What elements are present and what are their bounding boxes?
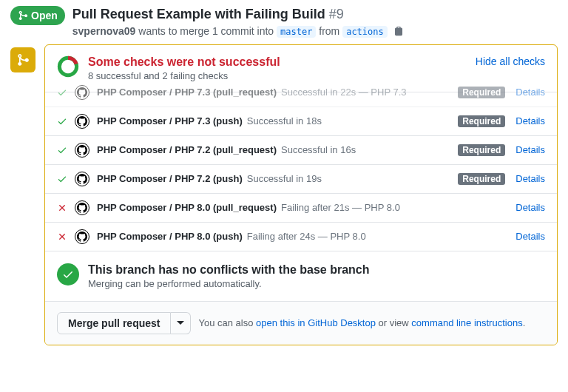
pr-title: Pull Request Example with Failing Build … <box>72 6 558 23</box>
merge-pr-button[interactable]: Merge pull request <box>57 312 171 334</box>
check-fail-icon <box>57 232 67 242</box>
check-row: PHP Composer / PHP 7.3 (pull_request)Suc… <box>45 85 557 107</box>
github-actions-icon <box>75 143 89 158</box>
check-details-link[interactable]: Details <box>515 173 545 184</box>
check-description: Successful in 16s <box>281 144 356 155</box>
check-pass-icon <box>57 116 67 126</box>
check-description: Successful in 22s — PHP 7.3 <box>281 87 407 98</box>
required-badge: Required <box>458 173 505 185</box>
github-actions-icon <box>75 172 89 186</box>
check-fail-icon <box>57 203 67 213</box>
head-branch-label[interactable]: actions <box>342 26 388 38</box>
check-pass-icon <box>57 87 67 98</box>
check-name: PHP Composer / PHP 7.3 (pull_request) <box>97 87 277 98</box>
check-row: PHP Composer / PHP 8.0 (pull_request)Fai… <box>45 194 557 223</box>
pr-status-label: Open <box>31 10 58 21</box>
pr-meta: svpernova09 wants to merge 1 commit into… <box>72 24 558 37</box>
merge-dropdown-button[interactable] <box>171 312 191 334</box>
check-pass-icon <box>57 145 67 155</box>
check-description: Successful in 18s <box>247 115 322 126</box>
required-badge: Required <box>458 87 505 98</box>
timeline-merge-badge <box>10 47 36 72</box>
github-actions-icon <box>75 200 89 215</box>
status-donut-icon <box>57 55 79 78</box>
check-description: Failing after 24s — PHP 8.0 <box>247 231 366 242</box>
check-row: PHP Composer / PHP 7.2 (push)Successful … <box>45 165 557 194</box>
checks-panel: Some checks were not successful 8 succes… <box>44 44 558 345</box>
check-details-link[interactable]: Details <box>515 202 545 213</box>
git-pull-request-icon <box>18 10 28 21</box>
pr-author[interactable]: svpernova09 <box>72 25 136 37</box>
check-name: PHP Composer / PHP 8.0 (push) <box>97 231 243 242</box>
check-row: PHP Composer / PHP 8.0 (push)Failing aft… <box>45 223 557 251</box>
check-details-link[interactable]: Details <box>515 144 545 155</box>
check-details-link[interactable]: Details <box>515 87 545 98</box>
merge-help-text: You can also open this in GitHub Desktop… <box>198 317 525 328</box>
open-desktop-link[interactable]: open this in GitHub Desktop <box>256 317 376 328</box>
caret-down-icon <box>177 320 184 327</box>
check-description: Successful in 19s <box>247 173 322 184</box>
success-check-icon <box>57 263 79 285</box>
check-name: PHP Composer / PHP 7.3 (push) <box>97 115 243 126</box>
pr-status-badge: Open <box>10 6 65 25</box>
hide-checks-link[interactable]: Hide all checks <box>476 55 545 67</box>
github-actions-icon <box>75 229 89 244</box>
check-name: PHP Composer / PHP 8.0 (pull_request) <box>97 202 277 213</box>
required-badge: Required <box>458 115 505 127</box>
check-row: PHP Composer / PHP 7.3 (push)Successful … <box>45 107 557 136</box>
cli-instructions-link[interactable]: command line instructions <box>411 317 522 328</box>
check-name: PHP Composer / PHP 7.2 (pull_request) <box>97 144 277 155</box>
base-branch-label[interactable]: master <box>277 26 316 38</box>
pr-number: #9 <box>329 7 344 21</box>
checks-status-title: Some checks were not successful <box>88 55 280 69</box>
github-actions-icon <box>75 114 89 129</box>
conflicts-subtitle: Merging can be performed automatically. <box>88 278 370 289</box>
checks-status-subtitle: 8 successful and 2 failing checks <box>88 70 280 81</box>
check-details-link[interactable]: Details <box>515 231 545 242</box>
check-details-link[interactable]: Details <box>515 115 545 126</box>
check-row: PHP Composer / PHP 7.2 (pull_request)Suc… <box>45 136 557 165</box>
check-description: Failing after 21s — PHP 8.0 <box>281 202 400 213</box>
github-actions-icon <box>75 85 89 100</box>
check-pass-icon <box>57 174 67 184</box>
checks-list: PHP Composer / PHP 7.3 (pull_request)Suc… <box>45 85 557 251</box>
conflicts-title: This branch has no conflicts with the ba… <box>88 263 370 277</box>
required-badge: Required <box>458 144 505 156</box>
clipboard-icon[interactable] <box>393 27 404 38</box>
check-name: PHP Composer / PHP 7.2 (push) <box>97 173 243 184</box>
